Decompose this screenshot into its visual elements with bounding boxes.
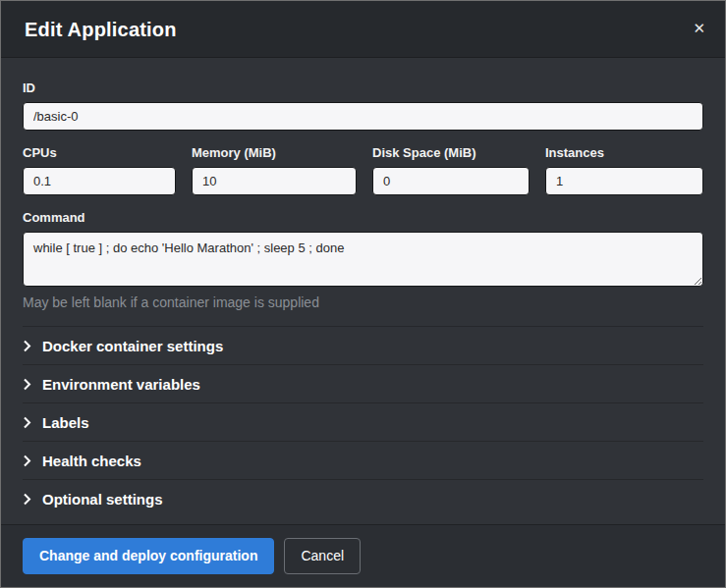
- section-label: Optional settings: [42, 491, 163, 508]
- command-label: Command: [23, 210, 703, 225]
- collapsible-sections: Docker container settings Environment va…: [23, 326, 703, 517]
- change-and-deploy-button[interactable]: Change and deploy configuration: [23, 538, 274, 574]
- memory-label: Memory (MiB): [192, 145, 357, 160]
- id-input[interactable]: [23, 102, 703, 131]
- command-help-text: May be left blank if a container image i…: [23, 294, 703, 310]
- close-icon[interactable]: ✕: [685, 15, 713, 41]
- cpus-input[interactable]: [23, 167, 176, 195]
- section-optional-settings[interactable]: Optional settings: [23, 479, 703, 517]
- cpus-label: CPUs: [23, 145, 176, 160]
- memory-input[interactable]: [192, 167, 357, 195]
- section-label: Environment variables: [42, 376, 200, 393]
- section-environment-variables[interactable]: Environment variables: [23, 364, 703, 402]
- chevron-right-icon: [23, 416, 31, 429]
- resources-row: CPUs Memory (MiB) Disk Space (MiB) Insta…: [23, 131, 703, 195]
- chevron-right-icon: [23, 454, 31, 467]
- section-label: Health checks: [42, 453, 141, 469]
- modal-body: ID CPUs Memory (MiB) Disk Space (MiB) In…: [1, 58, 725, 524]
- edit-application-modal: Edit Application ✕ ID CPUs Memory (MiB) …: [1, 1, 725, 587]
- instances-input[interactable]: [545, 167, 703, 195]
- chevron-right-icon: [23, 493, 31, 506]
- modal-header: Edit Application ✕: [1, 1, 725, 58]
- section-health-checks[interactable]: Health checks: [23, 441, 703, 479]
- chevron-right-icon: [23, 340, 31, 352]
- section-label: Docker container settings: [42, 338, 223, 354]
- id-label: ID: [23, 80, 703, 95]
- cancel-button[interactable]: Cancel: [284, 538, 361, 574]
- disk-label: Disk Space (MiB): [372, 145, 530, 160]
- command-textarea[interactable]: while [ true ] ; do echo 'Hello Marathon…: [23, 232, 703, 287]
- modal-footer: Change and deploy configuration Cancel: [1, 524, 725, 587]
- disk-input[interactable]: [372, 167, 530, 195]
- instances-label: Instances: [545, 145, 703, 160]
- section-docker-container-settings[interactable]: Docker container settings: [23, 326, 703, 364]
- chevron-right-icon: [23, 378, 31, 391]
- modal-title: Edit Application: [25, 19, 701, 41]
- section-labels[interactable]: Labels: [23, 402, 703, 441]
- section-label: Labels: [42, 414, 89, 431]
